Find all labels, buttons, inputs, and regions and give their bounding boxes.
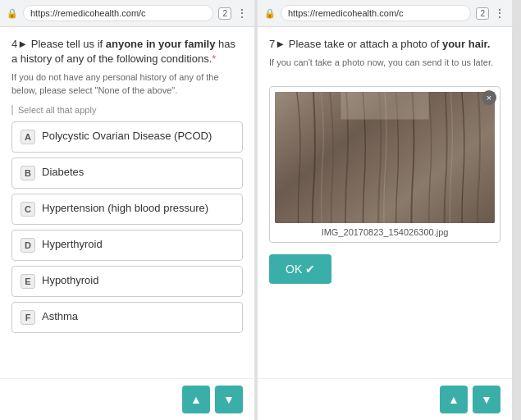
bottom-nav-right: ▲ ▼ (258, 378, 512, 420)
question-4-plain: Please tell us if (31, 38, 106, 50)
question-7-plain: Please take or attach a photo of (289, 38, 442, 50)
menu-dots-right[interactable]: ⋮ (494, 7, 505, 20)
options-list: A Polycystic Ovarian Disease (PCOD) B Di… (11, 121, 243, 333)
question-7-number: 7► (269, 38, 286, 50)
ok-button[interactable]: OK ✔ (269, 254, 331, 284)
option-e-text: Hypothyroid (42, 274, 98, 288)
option-e[interactable]: E Hypothyroid (11, 266, 243, 297)
lock-icon-right: 🔒 (264, 8, 276, 19)
photo-container: × (269, 86, 500, 243)
question-4-number: 4► (11, 38, 28, 50)
required-star: * (212, 52, 216, 65)
browser-bar-left: 🔒 https://remedicohealth.com/c 2 ⋮ (0, 0, 254, 27)
nav-down-left[interactable]: ▼ (215, 386, 243, 413)
option-f[interactable]: F Asthma (11, 302, 243, 333)
option-c[interactable]: C Hypertension (high blood pressure) (11, 194, 243, 225)
question-4-text: 4► Please tell us if anyone in your fami… (11, 37, 243, 66)
menu-dots-left[interactable]: ⋮ (236, 7, 248, 20)
photo-filename: IMG_20170823_154026300.jpg (275, 227, 495, 237)
hair-texture (275, 92, 495, 223)
nav-up-right[interactable]: ▲ (440, 386, 468, 413)
option-a[interactable]: A Polycystic Ovarian Disease (PCOD) (11, 121, 243, 153)
option-c-text: Hypertension (high blood pressure) (42, 202, 208, 216)
question-7-subtext: If you can't take a photo now, you can s… (269, 57, 500, 69)
question-7-text: 7► Please take or attach a photo of your… (269, 37, 500, 52)
option-c-letter: C (21, 202, 35, 217)
nav-up-left[interactable]: ▲ (182, 386, 210, 413)
browser-bar-right: 🔒 https://remedicohealth.com/c 2 ⋮ (258, 0, 512, 27)
option-b-text: Diabetes (42, 166, 84, 180)
option-b-letter: B (21, 166, 35, 180)
option-d-text: Hyperthyroid (42, 238, 103, 252)
question-4-subtext: If you do not have any personal history … (11, 71, 243, 97)
option-d[interactable]: D Hyperthyroid (11, 230, 243, 261)
left-panel: 🔒 https://remedicohealth.com/c 2 ⋮ 4► Pl… (0, 0, 254, 420)
hair-photo (275, 92, 495, 223)
option-d-letter: D (21, 238, 35, 253)
tab-badge-left[interactable]: 2 (218, 7, 231, 20)
option-f-letter: F (21, 310, 35, 325)
right-panel: 🔒 https://remedicohealth.com/c 2 ⋮ 7► Pl… (258, 0, 512, 420)
nav-down-right[interactable]: ▼ (473, 386, 500, 413)
right-content: 7► Please take or attach a photo of your… (258, 27, 512, 420)
select-all-label: Select all that apply (11, 105, 243, 115)
tab-badge-right[interactable]: 2 (476, 7, 489, 20)
option-b[interactable]: B Diabetes (11, 158, 243, 189)
url-bar-right[interactable]: https://remedicohealth.com/c (281, 5, 471, 21)
left-content: 4► Please tell us if anyone in your fami… (0, 27, 254, 420)
svg-rect-1 (340, 92, 428, 119)
option-f-text: Asthma (42, 310, 78, 324)
bottom-nav-left: ▲ ▼ (0, 378, 254, 420)
close-photo-button[interactable]: × (482, 90, 496, 105)
url-bar-left[interactable]: https://remedicohealth.com/c (23, 5, 213, 21)
question-4-bold: anyone in your family (106, 38, 216, 50)
question-7-bold: your hair. (442, 38, 491, 50)
option-a-letter: A (21, 130, 35, 144)
option-e-letter: E (21, 274, 35, 289)
lock-icon-left: 🔒 (7, 8, 18, 19)
option-a-text: Polycystic Ovarian Disease (PCOD) (42, 130, 212, 144)
